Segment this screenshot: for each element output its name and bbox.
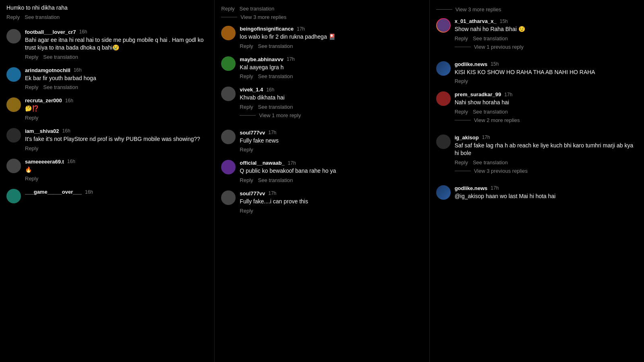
translate-btn[interactable]: See translation [43,84,78,90]
username: godlike.news [455,61,488,67]
username: godlike.news [455,185,488,191]
reply-btn[interactable]: Reply [240,177,253,183]
comment-text: 🔥 [25,166,208,174]
avatar [221,56,236,71]
mid-comment-2: maybe.abhinavvv 17h Kal aayega lgra h Re… [221,56,422,80]
reply-btn[interactable]: Reply [25,115,38,121]
comment-text: @ig_akisop haan wo last Mai hi hota hai [455,192,638,201]
translate-btn[interactable]: See translation [258,43,293,49]
timestamp: 17h [504,92,512,97]
mid-comment-3: vivek_1.4 16h Khvab dikhata hai Reply Se… [221,87,422,122]
view-prev-replies[interactable]: View 1 previous reply [455,44,638,50]
avatar [6,97,21,112]
username: ___game_____over___ [25,189,82,195]
translate-btn[interactable]: See translation [473,109,508,115]
reply-btn[interactable]: Reply [240,73,253,79]
avatar [221,87,236,101]
translate-btn[interactable]: See translation [258,177,293,183]
avatar [6,128,21,143]
timestamp: 17h [287,56,295,62]
username: vivek_1.4 [240,87,263,93]
username: x_01_atharva_x_ [455,18,497,24]
avatar [436,18,451,33]
avatar [221,160,236,174]
reply-btn[interactable]: Reply [240,208,253,214]
right-column: View 3 more replies x_01_atharva_x_ 15h … [430,0,644,362]
comment-text: Fully fake....i can prove this [240,198,422,206]
left-comment-6: ___game_____over___ 16h [6,189,208,203]
reply-btn[interactable]: Reply [455,159,468,165]
translate-btn[interactable]: See translation [43,54,78,60]
timestamp: 15h [500,19,508,24]
translate-btn[interactable]: See translation [258,104,293,110]
reply-btn[interactable]: Reply [25,84,38,90]
avatar [221,190,236,205]
username: arindamgotnochill [25,67,70,73]
translate-btn[interactable]: See translation [25,14,60,20]
username: soul777vv [240,190,265,197]
godlike-avatar [436,185,451,200]
right-comment-1: x_01_atharva_x_ 15h Show nahi ho Raha Bh… [436,18,638,54]
mid-comment-6: soul777vv 17h Fully fake....i can prove … [221,190,422,214]
translate-btn[interactable]: See translation [240,6,275,12]
comment-text: 🤔⁉️ [25,105,208,113]
reply-btn[interactable]: Reply [25,145,38,151]
translate-btn[interactable]: See translation [258,73,293,79]
reply-btn[interactable]: Reply [455,78,468,84]
timestamp: 17h [268,190,276,196]
timestamp: 17h [491,185,499,191]
view-prev-replies-4[interactable]: View 3 previous replies [455,168,638,174]
comment-text: los walo ko fir 2 din rukna padhega 🎴 [240,33,422,41]
top-partial-comment: Humko to nhi dikha raha Reply See transl… [6,4,208,20]
username: beingofinsignificance [240,26,294,32]
partial-actions: Reply See translation [6,14,208,20]
avatar [6,67,21,82]
comment-text: Show nahi ho Raha Bhai 😟 [455,25,638,33]
reply-btn[interactable]: Reply [455,109,468,115]
comment-text: Khvab dikhata hai [240,94,422,102]
view-more-replies[interactable]: View 1 more reply [240,112,422,118]
view-more-replies[interactable]: View 3 more replies [221,14,422,20]
username: maybe.abhinavvv [240,56,283,62]
reply-btn[interactable]: Reply [221,6,234,12]
reply-btn[interactable]: Reply [240,147,253,153]
left-comment-3: recruta_zer000 16h 🤔⁉️ Reply [6,97,208,121]
mid-comment-1: beingofinsignificance 17h los walo ko fi… [221,26,422,49]
username: recruta_zer000 [25,97,62,103]
comment-text: Q public ko bewakoof bana rahe ho ya [240,167,422,175]
username: soul777vv [240,130,265,136]
comment-text: Saf saf fake lag rha h ab reach ke liye … [455,142,638,157]
middle-column: Reply See translation View 3 more replie… [214,0,429,362]
view-more-replies-top[interactable]: View 3 more replies [436,6,638,12]
timestamp: 16h [85,189,93,195]
right-comment-3: prem_suradkar_99 17h Nahi show horaha ha… [436,91,638,127]
right-comment-4: ig_akisop 17h Saf saf fake lag rha h ab … [436,134,638,178]
username: ig_akisop [455,134,479,141]
timestamp: 16h [74,67,82,73]
timestamp: 16h [67,159,75,164]
comment-text: Bahi agar ee itna hi real hai to side me… [25,36,208,52]
reply-btn[interactable]: Reply [240,43,253,49]
reply-btn[interactable]: Reply [6,14,20,20]
reply-btn[interactable]: Reply [455,35,468,41]
view-more-replies-3[interactable]: View 2 more replies [455,117,638,123]
comment-text: Nahi show horaha hai [455,99,638,107]
avatar [6,189,21,203]
timestamp: 16h [62,128,70,134]
avatar [6,29,21,43]
left-comment-1: football___lover_cr7 16h Bahi agar ee it… [6,29,208,60]
reply-btn[interactable]: Reply [25,54,38,60]
timestamp: 17h [268,130,276,135]
comment-text: Ek bar fir youth barbad hoga [25,74,208,83]
reply-btn[interactable]: Reply [240,104,253,110]
username: sameeeeera69.t [25,159,64,165]
timestamp: 17h [288,160,296,166]
avatar [6,159,21,173]
mid-comment-4: soul777vv 17h Fully fake news Reply [221,130,422,153]
translate-btn[interactable]: See translation [473,35,508,41]
top-partial-middle: Reply See translation View 3 more replie… [221,6,422,20]
translate-btn[interactable]: See translation [473,159,508,165]
username: prem_suradkar_99 [455,91,501,97]
timestamp: 16h [266,87,274,93]
reply-btn[interactable]: Reply [25,176,38,182]
